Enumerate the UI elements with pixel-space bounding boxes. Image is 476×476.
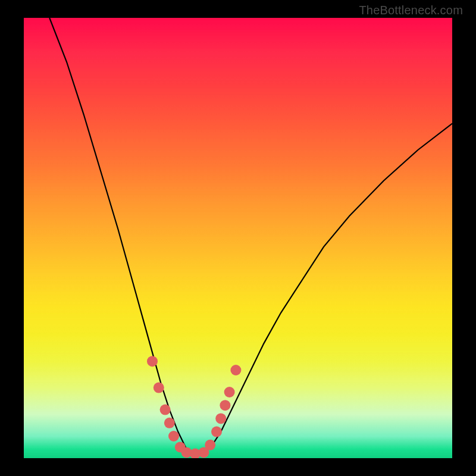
chart-overlay — [24, 18, 452, 458]
marker-dot — [181, 447, 192, 458]
marker-dot — [205, 440, 215, 450]
marker-dot — [154, 383, 164, 393]
marker-dot — [198, 447, 209, 458]
marker-dot — [220, 400, 230, 411]
watermark-text: TheBottleneck.com — [359, 4, 463, 17]
marker-dot — [211, 427, 222, 437]
chart-stage: TheBottleneck.com — [0, 0, 476, 476]
marker-dot — [147, 356, 158, 367]
bottleneck-curve — [49, 18, 452, 454]
marker-dot — [175, 442, 186, 453]
marker-dot — [190, 449, 201, 458]
marker-dot — [164, 418, 175, 428]
marker-dot — [230, 365, 241, 375]
marker-group — [147, 356, 241, 458]
marker-dot — [215, 413, 226, 424]
plot-area — [24, 18, 452, 458]
marker-dot — [224, 387, 235, 397]
marker-dot — [168, 431, 179, 441]
marker-dot — [160, 405, 171, 415]
